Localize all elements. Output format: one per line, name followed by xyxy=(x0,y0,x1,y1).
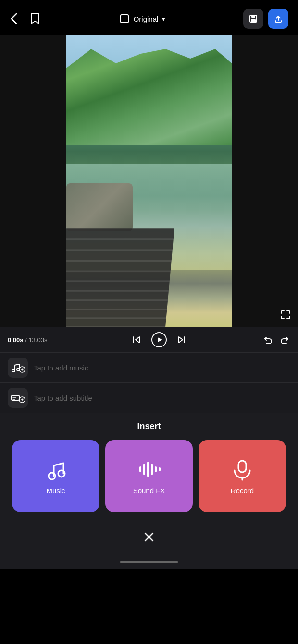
insert-title: Insert xyxy=(8,421,290,431)
play-button[interactable] xyxy=(151,332,167,347)
record-icon xyxy=(231,458,254,481)
svg-rect-14 xyxy=(147,462,149,477)
svg-rect-8 xyxy=(12,395,19,400)
top-bar-left xyxy=(10,12,41,25)
undo-redo xyxy=(262,334,290,345)
top-bar-center: Original ▾ xyxy=(119,13,166,24)
svg-rect-3 xyxy=(251,19,256,22)
close-area xyxy=(0,522,298,557)
bookmark-button[interactable] xyxy=(29,12,41,25)
record-label: Record xyxy=(231,487,254,495)
redo-button[interactable] xyxy=(280,334,290,345)
subtitle-placeholder: Tap to add subtitle xyxy=(34,394,92,402)
record-card[interactable]: Record xyxy=(199,440,286,512)
svg-rect-0 xyxy=(121,15,128,23)
foliage-layer xyxy=(66,49,232,145)
skip-back-button[interactable] xyxy=(131,334,142,345)
aspect-icon xyxy=(119,13,130,24)
video-preview xyxy=(0,35,298,327)
svg-rect-16 xyxy=(155,466,157,472)
music-track-icon xyxy=(8,358,28,378)
soundfx-label: Sound FX xyxy=(133,487,165,495)
video-frame xyxy=(66,35,232,327)
home-bar xyxy=(120,561,178,563)
music-placeholder: Tap to add music xyxy=(34,364,88,372)
time-current: 0.00s xyxy=(8,336,24,344)
grate-layer xyxy=(66,228,174,327)
svg-rect-2 xyxy=(251,15,255,18)
save-button[interactable] xyxy=(243,9,263,29)
time-total: 13.03s xyxy=(28,336,47,344)
skip-forward-button[interactable] xyxy=(176,334,187,345)
insert-grid: Music Sound FX xyxy=(8,440,290,522)
dropdown-arrow-icon: ▾ xyxy=(162,15,165,23)
back-button[interactable] xyxy=(10,12,18,25)
subtitle-track-row[interactable]: Tap to add subtitle xyxy=(0,382,298,413)
subtitle-track-icon xyxy=(8,388,28,408)
svg-rect-18 xyxy=(238,461,246,472)
music-label: Music xyxy=(46,487,65,495)
soundfx-card[interactable]: Sound FX xyxy=(105,440,193,512)
rocks-layer xyxy=(66,183,133,231)
aspect-ratio-label: Original xyxy=(134,15,159,23)
fullscreen-button[interactable] xyxy=(278,307,293,322)
upload-button[interactable] xyxy=(268,9,288,29)
soundfx-icon xyxy=(137,458,161,481)
music-track-row[interactable]: Tap to add music xyxy=(0,352,298,382)
close-button[interactable] xyxy=(138,526,160,548)
undo-button[interactable] xyxy=(262,334,273,345)
top-bar: Original ▾ xyxy=(0,0,298,35)
svg-point-5 xyxy=(12,369,15,372)
svg-rect-12 xyxy=(139,466,141,472)
playback-controls xyxy=(56,332,262,347)
time-separator: / xyxy=(24,336,29,344)
music-card[interactable]: Music xyxy=(12,440,99,512)
svg-rect-17 xyxy=(159,467,161,471)
svg-rect-13 xyxy=(143,464,145,475)
insert-panel: Insert Music xyxy=(0,413,298,522)
home-indicator xyxy=(0,557,298,569)
svg-rect-15 xyxy=(151,464,153,475)
tracks-area: Tap to add music Tap to add subtitle xyxy=(0,352,298,413)
time-display: 0.00s / 13.03s xyxy=(8,336,56,344)
timeline-bar: 0.00s / 13.03s xyxy=(0,327,298,352)
music-icon xyxy=(44,458,67,481)
top-bar-right xyxy=(243,9,288,29)
